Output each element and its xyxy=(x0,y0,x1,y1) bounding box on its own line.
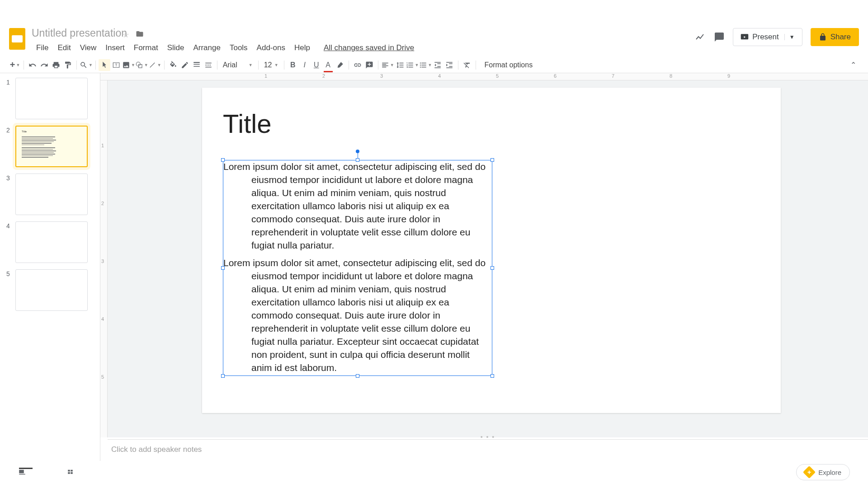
horizontal-ruler: 1 2 3 4 5 6 7 8 9 xyxy=(100,73,868,80)
line-tool[interactable]: ▼ xyxy=(148,59,161,71)
redo-button[interactable] xyxy=(38,59,50,71)
svg-rect-7 xyxy=(71,470,73,472)
align-button[interactable]: ▼ xyxy=(381,59,394,71)
explore-button[interactable]: Explore xyxy=(796,464,850,480)
slide-thumbnail-5[interactable] xyxy=(15,269,88,311)
resize-handle-e[interactable] xyxy=(491,266,494,270)
select-tool[interactable] xyxy=(99,59,110,71)
activity-icon[interactable] xyxy=(695,32,706,42)
ruler-h-tick: 2 xyxy=(322,73,325,79)
ruler-h-tick: 6 xyxy=(554,73,557,79)
menu-file[interactable]: File xyxy=(32,42,53,54)
resize-handle-w[interactable] xyxy=(221,266,225,270)
paint-format-button[interactable] xyxy=(62,59,74,71)
insert-comment-button[interactable] xyxy=(363,59,375,71)
body-paragraph-1[interactable]: Lorem ipsum dolor sit amet, consectetur … xyxy=(223,160,492,252)
menu-tools[interactable]: Tools xyxy=(225,42,252,54)
border-dash-button[interactable] xyxy=(203,59,214,71)
menu-view[interactable]: View xyxy=(75,42,101,54)
ruler-v-tick: 2 xyxy=(101,201,104,206)
thumb-number: 4 xyxy=(6,221,15,263)
star-icon[interactable]: ☆ xyxy=(122,30,129,40)
ruler-v-tick: 4 xyxy=(101,316,104,322)
resize-handle-s[interactable] xyxy=(356,374,359,378)
svg-rect-9 xyxy=(71,472,73,474)
menu-addons[interactable]: Add-ons xyxy=(252,42,290,54)
filmstrip-view-button[interactable] xyxy=(18,468,26,476)
svg-point-1 xyxy=(136,62,140,66)
notes-divider[interactable]: • • • xyxy=(108,435,868,439)
bottom-bar: Explore xyxy=(0,461,868,483)
ruler-h-tick: 8 xyxy=(670,73,672,79)
bulleted-list-button[interactable]: ▼ xyxy=(419,59,432,71)
slide-title-text[interactable]: Title xyxy=(223,108,271,139)
bold-button[interactable]: B xyxy=(287,59,299,71)
save-status[interactable]: All changes saved in Drive xyxy=(319,42,419,54)
menu-arrange[interactable]: Arrange xyxy=(189,42,225,54)
resize-handle-sw[interactable] xyxy=(221,374,225,378)
new-slide-button[interactable]: +▼ xyxy=(9,59,21,71)
border-weight-button[interactable] xyxy=(191,59,203,71)
font-family-select[interactable]: Arial▼ xyxy=(220,59,255,71)
document-title[interactable]: Untitled presentation xyxy=(32,27,127,39)
ruler-v-tick: 1 xyxy=(101,143,104,148)
speaker-notes[interactable]: Click to add speaker notes xyxy=(108,439,868,461)
format-options-button[interactable]: Format options xyxy=(484,61,533,69)
shape-tool[interactable]: ▼ xyxy=(135,59,148,71)
decrease-indent-button[interactable] xyxy=(432,59,443,71)
resize-handle-ne[interactable] xyxy=(491,158,494,162)
ruler-h-tick: 3 xyxy=(380,73,383,79)
collapse-toolbar-icon[interactable]: ⌃ xyxy=(847,59,859,71)
share-button[interactable]: Share xyxy=(811,28,859,46)
image-tool[interactable]: ▼ xyxy=(122,59,135,71)
present-button[interactable]: Present ▼ xyxy=(733,28,802,46)
clear-formatting-button[interactable] xyxy=(461,59,473,71)
text-box-tool[interactable]: T xyxy=(110,59,122,71)
italic-button[interactable]: I xyxy=(299,59,311,71)
print-button[interactable] xyxy=(50,59,62,71)
undo-button[interactable] xyxy=(27,59,38,71)
slide-thumbnail-4[interactable] xyxy=(15,221,88,263)
fill-color-button[interactable] xyxy=(167,59,179,71)
svg-text:T: T xyxy=(115,63,117,67)
menu-insert[interactable]: Insert xyxy=(101,42,129,54)
menu-format[interactable]: Format xyxy=(129,42,163,54)
menu-edit[interactable]: Edit xyxy=(53,42,75,54)
svg-rect-4 xyxy=(19,470,24,474)
explore-label: Explore xyxy=(818,469,841,476)
resize-handle-n[interactable] xyxy=(356,158,359,162)
text-color-button[interactable]: A xyxy=(322,59,334,71)
present-dropdown-icon[interactable]: ▼ xyxy=(784,34,795,40)
numbered-list-button[interactable]: ▼ xyxy=(406,59,419,71)
grid-view-button[interactable] xyxy=(67,468,75,476)
svg-rect-6 xyxy=(68,470,70,472)
svg-line-3 xyxy=(150,62,155,67)
canvas[interactable]: Title Lorem ipsum dolor sit amet, consec… xyxy=(108,80,868,437)
ruler-v-tick: 3 xyxy=(101,258,104,264)
increase-indent-button[interactable] xyxy=(443,59,455,71)
slide-thumbnail-3[interactable] xyxy=(15,174,88,215)
slide-thumbnail-2[interactable]: Title xyxy=(15,126,88,167)
resize-handle-se[interactable] xyxy=(491,374,494,378)
rotate-handle[interactable] xyxy=(356,150,359,153)
app-logo[interactable] xyxy=(9,28,25,50)
highlight-color-button[interactable] xyxy=(334,59,346,71)
slide[interactable]: Title Lorem ipsum dolor sit amet, consec… xyxy=(202,88,781,413)
resize-handle-nw[interactable] xyxy=(221,158,225,162)
comments-icon[interactable] xyxy=(714,32,725,42)
font-size-select[interactable]: 12▼ xyxy=(261,59,281,71)
ruler-h-tick: 1 xyxy=(264,73,267,79)
body-text-box[interactable]: Lorem ipsum dolor sit amet, consectetur … xyxy=(223,160,492,376)
slide-thumbnail-1[interactable] xyxy=(15,78,88,119)
underline-button[interactable]: U xyxy=(311,59,322,71)
body-paragraph-2[interactable]: Lorem ipsum dolor sit amet, consectetur … xyxy=(223,257,492,375)
zoom-button[interactable]: ▼ xyxy=(80,59,93,71)
insert-link-button[interactable] xyxy=(352,59,363,71)
explore-icon xyxy=(803,466,816,479)
svg-rect-5 xyxy=(19,474,25,475)
move-folder-icon[interactable] xyxy=(136,30,144,38)
menu-help[interactable]: Help xyxy=(290,42,315,54)
menu-slide[interactable]: Slide xyxy=(163,42,189,54)
border-color-button[interactable] xyxy=(179,59,191,71)
line-spacing-button[interactable] xyxy=(394,59,406,71)
